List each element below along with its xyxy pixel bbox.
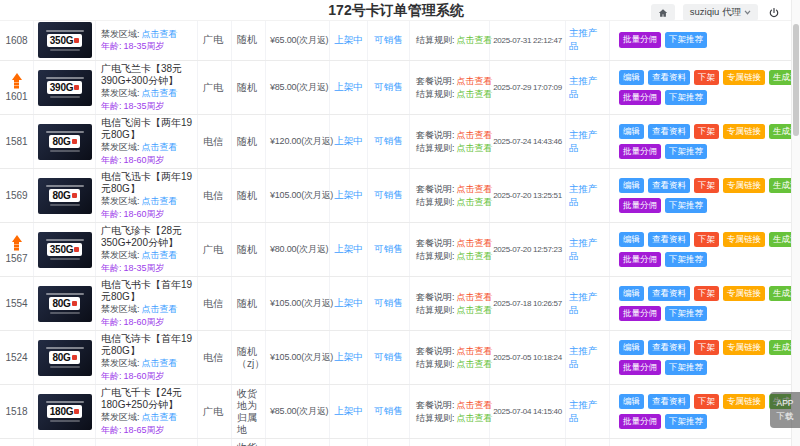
view-info-button[interactable]: 查看资料 — [648, 232, 690, 247]
settle-rule-link[interactable]: 点击查看 — [457, 34, 493, 47]
exclusive-link-button[interactable]: 专属链接 — [723, 286, 765, 301]
exclusive-link-button[interactable]: 专属链接 — [723, 232, 765, 247]
settle-rule-link[interactable]: 点击查看 — [457, 304, 493, 317]
product-type-link[interactable]: 主推产品 — [569, 237, 606, 263]
forbidden-area-link[interactable]: 点击查看 — [142, 357, 178, 370]
edit-button[interactable]: 编辑 — [619, 340, 644, 355]
edit-button[interactable]: 编辑 — [619, 394, 644, 409]
sale-status-link[interactable]: 可销售 — [374, 405, 403, 418]
app-download-widget[interactable]: APP 下载 — [770, 392, 800, 428]
status-link[interactable]: 上架中 — [334, 189, 363, 202]
plan-desc-link[interactable]: 点击查看 — [457, 129, 493, 142]
edit-button[interactable]: 编辑 — [619, 286, 644, 301]
batch-commission-button[interactable]: 批量分佣 — [619, 360, 661, 375]
status-link[interactable]: 上架中 — [334, 351, 363, 364]
plan-desc-link[interactable]: 点击查看 — [457, 237, 493, 250]
take-down-button[interactable]: 下架 — [694, 232, 719, 247]
product-card-image[interactable]: 350G — [38, 22, 92, 58]
product-card-image[interactable]: 80G — [38, 340, 92, 376]
forbidden-area-link[interactable]: 点击查看 — [142, 141, 178, 154]
exclusive-link-button[interactable]: 专属链接 — [723, 340, 765, 355]
forbidden-area-link[interactable]: 点击查看 — [142, 28, 178, 41]
product-type-link[interactable]: 主推产品 — [569, 291, 606, 317]
forbidden-area-link[interactable]: 点击查看 — [142, 249, 178, 262]
page-scrollbar[interactable] — [791, 0, 800, 446]
take-down-button[interactable]: 下架 — [694, 178, 719, 193]
edit-button[interactable]: 编辑 — [619, 124, 644, 139]
exclusive-link-button[interactable]: 专属链接 — [723, 178, 765, 193]
forbidden-area-link[interactable]: 点击查看 — [142, 411, 178, 424]
demote-recommend-button[interactable]: 下架推荐 — [665, 252, 707, 267]
plan-desc-link[interactable]: 点击查看 — [457, 183, 493, 196]
sale-status-link[interactable]: 可销售 — [374, 189, 403, 202]
take-down-button[interactable]: 下架 — [694, 286, 719, 301]
generate-poster-button[interactable]: 生成海报 — [769, 124, 792, 139]
scrollbar-thumb[interactable] — [793, 24, 799, 136]
status-link[interactable]: 上架中 — [334, 34, 363, 47]
take-down-button[interactable]: 下架 — [694, 124, 719, 139]
home-button[interactable] — [651, 4, 675, 21]
exclusive-link-button[interactable]: 专属链接 — [723, 70, 765, 85]
settle-rule-link[interactable]: 点击查看 — [457, 88, 493, 101]
plan-desc-link[interactable]: 点击查看 — [457, 345, 493, 358]
sale-status-link[interactable]: 可销售 — [374, 297, 403, 310]
settle-rule-link[interactable]: 点击查看 — [457, 250, 493, 263]
view-info-button[interactable]: 查看资料 — [648, 340, 690, 355]
product-card-image[interactable]: 80G — [38, 124, 92, 160]
sale-status-link[interactable]: 可销售 — [374, 243, 403, 256]
status-link[interactable]: 上架中 — [334, 81, 363, 94]
sale-status-link[interactable]: 可销售 — [374, 351, 403, 364]
batch-commission-button[interactable]: 批量分佣 — [619, 414, 661, 429]
product-type-link[interactable]: 主推产品 — [569, 129, 606, 155]
generate-poster-button[interactable]: 生成海报 — [769, 70, 792, 85]
plan-desc-link[interactable]: 点击查看 — [457, 291, 493, 304]
product-type-link[interactable]: 主推产品 — [569, 183, 606, 209]
product-type-link[interactable]: 主推产品 — [569, 399, 606, 425]
forbidden-area-link[interactable]: 点击查看 — [142, 87, 178, 100]
view-info-button[interactable]: 查看资料 — [648, 178, 690, 193]
edit-button[interactable]: 编辑 — [619, 178, 644, 193]
view-info-button[interactable]: 查看资料 — [648, 286, 690, 301]
forbidden-area-link[interactable]: 点击查看 — [142, 195, 178, 208]
user-menu-button[interactable]: suziqiu 代理 — [683, 4, 758, 21]
product-card-image[interactable]: 80G — [38, 178, 92, 214]
demote-recommend-button[interactable]: 下架推荐 — [665, 414, 707, 429]
sale-status-link[interactable]: 可销售 — [374, 81, 403, 94]
demote-recommend-button[interactable]: 下架推荐 — [665, 144, 707, 159]
exclusive-link-button[interactable]: 专属链接 — [723, 394, 765, 409]
product-type-link[interactable]: 主推产品 — [569, 345, 606, 371]
demote-recommend-button[interactable]: 下架推荐 — [665, 90, 707, 105]
batch-commission-button[interactable]: 批量分佣 — [619, 90, 661, 105]
settle-rule-link[interactable]: 点击查看 — [457, 412, 493, 425]
product-card-image[interactable]: 350G — [38, 232, 92, 268]
settle-rule-link[interactable]: 点击查看 — [457, 142, 493, 155]
batch-commission-button[interactable]: 批量分佣 — [619, 252, 661, 267]
view-info-button[interactable]: 查看资料 — [648, 70, 690, 85]
demote-recommend-button[interactable]: 下架推荐 — [665, 306, 707, 321]
take-down-button[interactable]: 下架 — [694, 394, 719, 409]
take-down-button[interactable]: 下架 — [694, 70, 719, 85]
batch-commission-button[interactable]: 批量分佣 — [619, 144, 661, 159]
demote-recommend-button[interactable]: 下架推荐 — [665, 32, 707, 47]
logout-power-button[interactable] — [766, 4, 782, 21]
settle-rule-link[interactable]: 点击查看 — [457, 196, 493, 209]
forbidden-area-link[interactable]: 点击查看 — [142, 303, 178, 316]
batch-commission-button[interactable]: 批量分佣 — [619, 198, 661, 213]
sale-status-link[interactable]: 可销售 — [374, 34, 403, 47]
generate-poster-button[interactable]: 生成海报 — [769, 232, 792, 247]
edit-button[interactable]: 编辑 — [619, 70, 644, 85]
product-card-image[interactable]: 390G — [38, 70, 92, 106]
edit-button[interactable]: 编辑 — [619, 232, 644, 247]
plan-desc-link[interactable]: 点击查看 — [457, 399, 493, 412]
generate-poster-button[interactable]: 生成海报 — [769, 178, 792, 193]
product-type-link[interactable]: 主推产品 — [569, 27, 606, 53]
batch-commission-button[interactable]: 批量分佣 — [619, 32, 661, 47]
sale-status-link[interactable]: 可销售 — [374, 135, 403, 148]
exclusive-link-button[interactable]: 专属链接 — [723, 124, 765, 139]
generate-poster-button[interactable]: 生成海报 — [769, 340, 792, 355]
generate-poster-button[interactable]: 生成海报 — [769, 286, 792, 301]
view-info-button[interactable]: 查看资料 — [648, 394, 690, 409]
product-card-image[interactable]: 80G — [38, 286, 92, 322]
batch-commission-button[interactable]: 批量分佣 — [619, 306, 661, 321]
status-link[interactable]: 上架中 — [334, 405, 363, 418]
